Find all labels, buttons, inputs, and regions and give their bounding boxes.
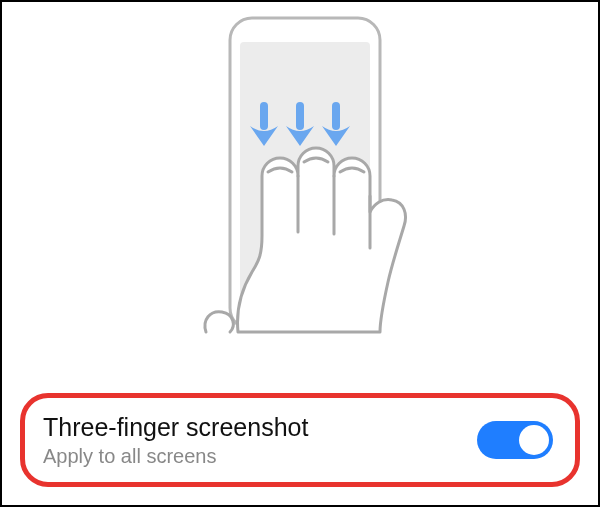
toggle-knob: [519, 425, 549, 455]
three-finger-screenshot-setting-row[interactable]: Three-finger screenshot Apply to all scr…: [20, 393, 580, 487]
svg-rect-3: [260, 102, 268, 130]
setting-subtitle: Apply to all screens: [43, 444, 308, 468]
three-finger-screenshot-toggle[interactable]: [477, 421, 553, 459]
svg-rect-5: [332, 102, 340, 130]
gesture-illustration: [2, 2, 598, 362]
svg-rect-4: [296, 102, 304, 130]
setting-labels: Three-finger screenshot Apply to all scr…: [43, 412, 308, 468]
phone-swipe-gesture-icon: [140, 12, 460, 352]
setting-title: Three-finger screenshot: [43, 412, 308, 442]
swipe-arrows-icon: [250, 102, 350, 146]
